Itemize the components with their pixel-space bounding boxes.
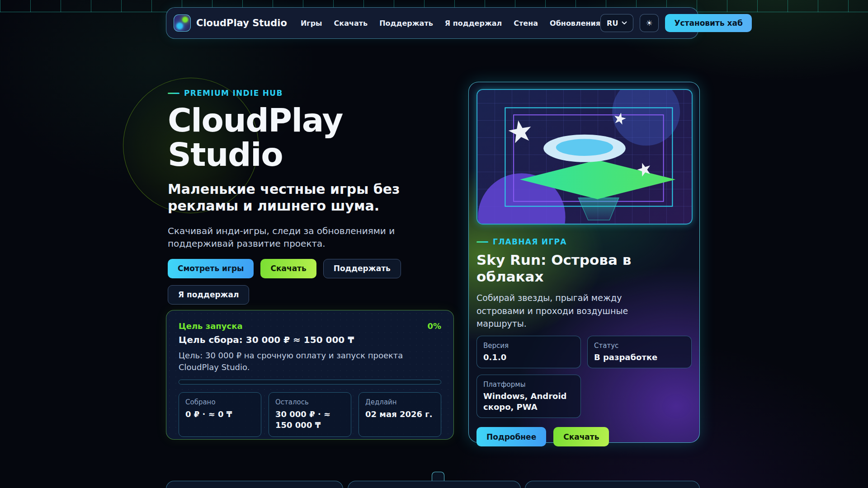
info-value: Windows, Android скоро, PWA [483, 391, 574, 412]
badge-dash [168, 93, 179, 94]
info-box-status: Статус В разработке [587, 336, 692, 368]
section-card-stub-3 [525, 481, 700, 488]
language-value: RU [607, 19, 618, 28]
header-actions: RU ☀ Установить хаб [600, 14, 752, 32]
star-icon [507, 118, 533, 144]
info-value: В разработке [594, 352, 685, 362]
page-title: CloudPlayStudio [168, 103, 471, 172]
nav-item-download[interactable]: Скачать [334, 19, 368, 28]
badge-dash [476, 241, 488, 243]
supported-button[interactable]: Я поддержал [168, 285, 249, 305]
goal-description: Цель: 30 000 ₽ на срочную оплату и запус… [179, 350, 429, 373]
logo-icon [174, 14, 191, 32]
featured-game-title: Sky Run: Острова в облаках [476, 252, 648, 285]
featured-info-grid: Версия 0.1.0 Статус В разработке Платфор… [476, 336, 692, 418]
featured-buttons: Подробнее Скачать [476, 427, 692, 446]
stat-label: Дедлайн [365, 398, 434, 406]
download-button[interactable]: Скачать [260, 259, 316, 278]
section-card-stub-2 [348, 481, 521, 488]
nav-item-games[interactable]: Игры [301, 19, 322, 28]
stat-value: 30 000 ₽ · ≈ 150 000 ₸ [275, 409, 344, 431]
info-box-version: Версия 0.1.0 [476, 336, 581, 368]
page: CloudPlay Studio Игры Скачать Поддержать… [0, 0, 868, 488]
main-nav: Игры Скачать Поддержать Я поддержал Стен… [301, 19, 600, 28]
featured-badge: ГЛАВНАЯ ИГРА [476, 237, 692, 246]
theme-toggle-button[interactable]: ☀ [640, 14, 659, 32]
nav-item-wall[interactable]: Стена [514, 19, 538, 28]
stat-box-deadline: Дедлайн 02 мая 2026 г. [359, 392, 441, 437]
stat-value: 0 ₽ · ≈ 0 ₸ [185, 409, 255, 420]
language-select[interactable]: RU [600, 14, 633, 32]
stat-box-remaining: Осталось 30 000 ₽ · ≈ 150 000 ₸ [269, 392, 351, 437]
hero-badge: PREMIUM INDIE HUB [168, 89, 471, 98]
info-label: Статус [594, 342, 685, 350]
game-art-shapes [477, 90, 692, 224]
hero-section: PREMIUM INDIE HUB CloudPlayStudio Малень… [168, 89, 471, 305]
goal-label: Цель запуска [179, 321, 243, 331]
art-beam [578, 198, 619, 220]
progress-bar [179, 380, 441, 385]
nav-item-support[interactable]: Поддержать [379, 19, 433, 28]
hero-subtitle: Маленькие честные игры без рекламы и лиш… [168, 181, 421, 214]
info-label: Версия [483, 342, 574, 350]
featured-game-description: Собирай звезды, прыгай между островами и… [476, 291, 664, 330]
goal-stats: Собрано 0 ₽ · ≈ 0 ₸ Осталось 30 000 ₽ · … [179, 392, 441, 437]
hero-badge-label: PREMIUM INDIE HUB [184, 89, 283, 98]
header: CloudPlay Studio Игры Скачать Поддержать… [166, 7, 698, 39]
info-box-platforms: Платформы Windows, Android скоро, PWA [476, 375, 581, 418]
nav-item-updates[interactable]: Обновления [550, 19, 600, 28]
logo-dot-blue [176, 23, 183, 29]
featured-game-card: ГЛАВНАЯ ИГРА Sky Run: Острова в облаках … [468, 82, 700, 443]
stat-label: Осталось [275, 398, 344, 406]
details-button[interactable]: Подробнее [476, 427, 546, 446]
goal-target-line: Цель сбора: 30 000 ₽ ≈ 150 000 ₸ [179, 334, 441, 345]
install-hub-button[interactable]: Установить хаб [665, 14, 751, 32]
featured-badge-label: ГЛАВНАЯ ИГРА [493, 237, 567, 246]
page-title-line1: CloudPlay [168, 101, 343, 139]
stat-value: 02 мая 2026 г. [365, 409, 434, 420]
hero-description: Скачивай инди-игры, следи за обновлениям… [168, 225, 453, 250]
logo-dot-green [182, 17, 188, 23]
stat-box-raised: Собрано 0 ₽ · ≈ 0 ₸ [179, 392, 261, 437]
featured-download-button[interactable]: Скачать [553, 427, 609, 446]
support-button[interactable]: Поддержать [323, 259, 401, 278]
goal-percent-badge: 0% [427, 321, 441, 331]
browse-games-button[interactable]: Смотреть игры [168, 259, 254, 278]
chevron-down-icon [622, 21, 627, 25]
section-card-stub-1 [166, 481, 343, 488]
hero-buttons: Смотреть игры Скачать Поддержать Я подде… [168, 259, 407, 305]
brand-title: CloudPlay Studio [196, 18, 287, 28]
art-cloud-inner [556, 139, 613, 156]
goal-header: Цель запуска 0% [179, 321, 441, 331]
launch-goal-card: Цель запуска 0% Цель сбора: 30 000 ₽ ≈ 1… [166, 310, 454, 440]
info-label: Платформы [483, 380, 574, 389]
game-art [476, 89, 693, 225]
stat-label: Собрано [185, 398, 255, 406]
nav-item-supported[interactable]: Я поддержал [445, 19, 502, 28]
page-title-line2: Studio [168, 136, 283, 174]
info-value: 0.1.0 [483, 352, 574, 362]
sun-icon: ☀ [646, 19, 653, 28]
